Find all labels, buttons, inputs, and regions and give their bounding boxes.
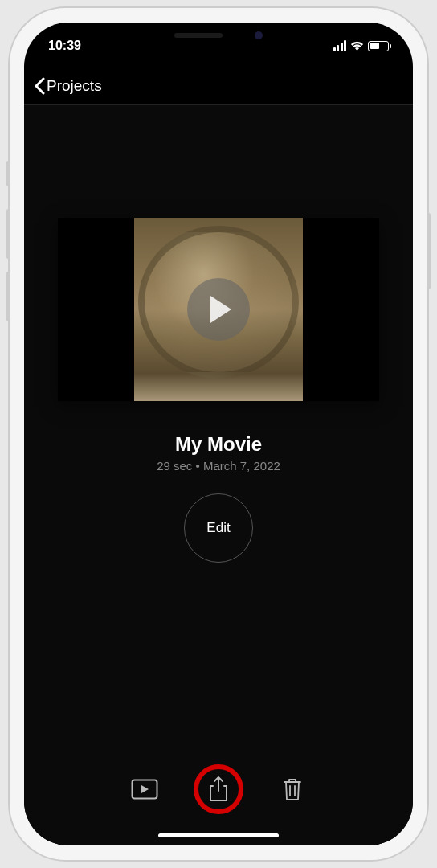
- edit-button[interactable]: Edit: [184, 493, 253, 563]
- movie-meta: 29 sec • March 7, 2022: [157, 459, 280, 473]
- status-time: 10:39: [48, 39, 81, 53]
- share-button[interactable]: [201, 772, 236, 807]
- content-area: My Movie 29 sec • March 7, 2022 Edit: [24, 105, 413, 845]
- wifi-icon: [350, 41, 364, 51]
- phone-frame: 10:39 Proje: [10, 8, 427, 860]
- share-icon: [208, 776, 229, 803]
- edit-label: Edit: [206, 520, 230, 536]
- screen: 10:39 Proje: [24, 23, 413, 845]
- status-indicators: [333, 40, 390, 51]
- chevron-left-icon: [34, 77, 45, 95]
- movie-title: My Movie: [175, 433, 262, 456]
- notch: [130, 23, 307, 48]
- video-preview[interactable]: [58, 218, 379, 401]
- back-label: Projects: [47, 77, 102, 95]
- home-indicator[interactable]: [158, 833, 279, 837]
- play-rect-icon: [131, 779, 158, 800]
- delete-button[interactable]: [275, 772, 310, 807]
- bottom-toolbar: [24, 772, 413, 807]
- nav-bar: Projects: [24, 67, 413, 105]
- trash-icon: [282, 776, 303, 802]
- play-fullscreen-button[interactable]: [127, 772, 162, 807]
- cellular-signal-icon: [333, 40, 347, 51]
- phone-side-buttons: [6, 161, 10, 334]
- battery-icon: [368, 41, 389, 51]
- phone-power-button: [427, 213, 431, 289]
- back-button[interactable]: Projects: [34, 77, 102, 95]
- play-button[interactable]: [187, 278, 250, 341]
- play-icon: [210, 296, 231, 323]
